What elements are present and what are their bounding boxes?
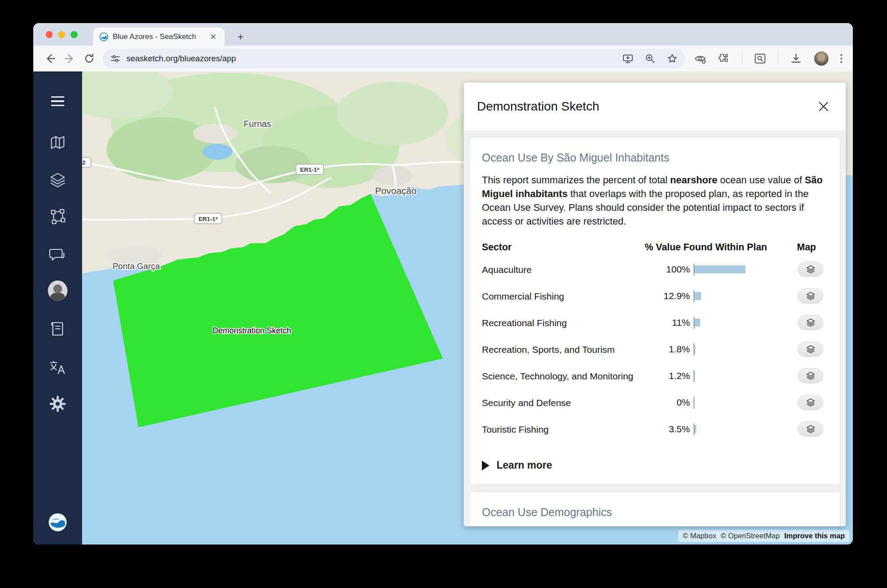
user-photo bbox=[48, 280, 67, 301]
sector-name: Recreation, Sports, and Tourism bbox=[482, 343, 645, 355]
panel-title: Demonstration Sketch bbox=[477, 99, 599, 114]
fullscreen-window-button[interactable] bbox=[71, 31, 78, 38]
extensions-puzzle-icon[interactable] bbox=[718, 53, 729, 64]
hamburger-icon bbox=[51, 96, 64, 107]
back-icon[interactable] bbox=[40, 49, 60, 68]
zoom-icon[interactable] bbox=[645, 53, 655, 64]
user-avatar[interactable] bbox=[48, 280, 67, 301]
map-toggle-button[interactable] bbox=[798, 368, 823, 383]
svg-text:ER1-1ª: ER1-1ª bbox=[198, 216, 217, 222]
browser-tab[interactable]: Blue Azores - SeaSketch ✕ bbox=[93, 28, 225, 46]
seasketch-favicon bbox=[99, 32, 108, 41]
ocean-use-report-card: Ocean Use By São Miguel Inhabitants This… bbox=[469, 137, 840, 485]
download-icon[interactable] bbox=[790, 53, 802, 64]
map-toggle-cell bbox=[753, 422, 828, 437]
sector-bar-track bbox=[694, 370, 753, 382]
osm-link[interactable]: © OpenStreetMap bbox=[721, 532, 780, 540]
improve-map-link[interactable]: Improve this map bbox=[784, 532, 845, 540]
table-row: Recreation, Sports, and Tourism 1.8% bbox=[482, 336, 828, 363]
tab-title: Blue Azores - SeaSketch bbox=[113, 32, 204, 41]
table-row: Aquaculture 100% bbox=[482, 256, 828, 283]
tab-close-icon[interactable]: ✕ bbox=[208, 32, 218, 42]
atlas-icon[interactable] bbox=[48, 320, 67, 338]
map-toggle-button[interactable] bbox=[798, 315, 823, 330]
toolbar-right-icons bbox=[691, 51, 846, 66]
translate-icon[interactable] bbox=[48, 359, 67, 376]
learn-more-toggle[interactable]: Learn more bbox=[482, 459, 828, 471]
reload-icon[interactable] bbox=[79, 49, 99, 68]
close-window-button[interactable] bbox=[46, 31, 53, 38]
url-bar[interactable]: seasketch.org/blueazores/app bbox=[102, 49, 685, 68]
sector-bar-track bbox=[694, 264, 753, 276]
toolbar-separator bbox=[778, 53, 778, 64]
app-sidebar bbox=[33, 71, 82, 545]
map-toggle-cell bbox=[753, 342, 828, 357]
tab-bar: Blue Azores - SeaSketch ✕ + bbox=[33, 23, 853, 46]
panel-body[interactable]: Ocean Use By São Miguel Inhabitants This… bbox=[464, 130, 846, 526]
table-row: Security and Defense 0% bbox=[482, 389, 828, 416]
url-text[interactable]: seasketch.org/blueazores/app bbox=[126, 54, 236, 63]
map-canvas[interactable]: ER1-1ª ER1-1ª 2 Furnas Povoação Ponta Ga… bbox=[82, 71, 853, 545]
privacy-extension-icon[interactable] bbox=[694, 53, 706, 64]
sector-table: Sector % Value Found Within Plan Map Aqu… bbox=[482, 241, 828, 442]
site-settings-icon[interactable] bbox=[110, 54, 120, 63]
window-controls bbox=[46, 31, 78, 38]
sector-bar bbox=[694, 292, 701, 300]
sketch-tools-icon[interactable] bbox=[48, 208, 67, 225]
table-row: Touristic Fishing 3.5% bbox=[482, 416, 828, 442]
label-furnas: Furnas bbox=[244, 119, 271, 129]
demographics-card: Ocean Use Demographics bbox=[469, 491, 840, 526]
map-toggle-button[interactable] bbox=[798, 342, 823, 357]
menu-kebab-icon[interactable] bbox=[840, 54, 842, 63]
sector-value: 0% bbox=[645, 397, 694, 408]
header-map: Map bbox=[753, 242, 828, 253]
new-tab-button[interactable]: + bbox=[234, 30, 247, 43]
svg-text:ER1-1ª: ER1-1ª bbox=[300, 166, 319, 173]
label-povoacao: Povoação bbox=[375, 185, 416, 196]
map-toggle-cell bbox=[753, 288, 828, 304]
minimize-window-button[interactable] bbox=[58, 31, 65, 38]
sketch-report-panel: Demonstration Sketch Ocean Use By São Mi… bbox=[464, 83, 846, 526]
map-toggle-button[interactable] bbox=[798, 422, 823, 437]
panel-header: Demonstration Sketch bbox=[464, 83, 846, 130]
map-toggle-button[interactable] bbox=[798, 288, 823, 304]
map-toggle-cell bbox=[753, 315, 828, 330]
sector-value: 1.8% bbox=[645, 344, 694, 355]
browser-toolbar: seasketch.org/blueazores/app bbox=[33, 46, 853, 71]
sector-value: 11% bbox=[645, 317, 694, 328]
map-toggle-button[interactable] bbox=[798, 262, 823, 277]
mapbox-link[interactable]: © Mapbox bbox=[683, 532, 716, 540]
settings-gear-icon[interactable] bbox=[48, 395, 67, 413]
svg-text:2: 2 bbox=[82, 159, 86, 166]
profile-avatar[interactable] bbox=[814, 51, 828, 66]
browser-window: Blue Azores - SeaSketch ✕ + seasketch.or… bbox=[33, 23, 853, 545]
seasketch-logo[interactable] bbox=[48, 511, 67, 534]
close-icon[interactable] bbox=[815, 98, 832, 115]
map-toggle-button[interactable] bbox=[798, 395, 823, 410]
forward-icon[interactable] bbox=[60, 49, 79, 68]
table-rows: Aquaculture 100% Commercial Fishing 12.9… bbox=[482, 256, 828, 442]
table-row: Recreational Fishing 11% bbox=[482, 309, 828, 336]
sector-bar-track bbox=[694, 397, 753, 409]
map-toggle-cell bbox=[753, 395, 828, 410]
sector-name: Commercial Fishing bbox=[482, 290, 645, 302]
sector-name: Science, Technology, and Monitoring bbox=[482, 370, 645, 382]
sector-bar bbox=[694, 372, 695, 380]
layers-icon[interactable] bbox=[48, 171, 67, 189]
menu-icon[interactable] bbox=[48, 92, 67, 110]
bookmark-star-icon[interactable] bbox=[667, 53, 678, 64]
sector-name: Security and Defense bbox=[482, 397, 645, 409]
report-heading: Ocean Use By São Miguel Inhabitants bbox=[482, 151, 828, 164]
demographics-heading: Ocean Use Demographics bbox=[482, 506, 828, 519]
discussion-icon[interactable] bbox=[48, 246, 67, 264]
sector-name: Aquaculture bbox=[482, 264, 645, 276]
header-sector: Sector bbox=[482, 241, 645, 253]
sector-value: 100% bbox=[645, 264, 694, 275]
lake-furnas bbox=[202, 144, 233, 160]
install-app-icon[interactable] bbox=[623, 53, 633, 64]
side-search-icon[interactable] bbox=[754, 53, 766, 64]
road-shield: ER1-1ª bbox=[296, 164, 323, 174]
maps-icon[interactable] bbox=[48, 134, 67, 151]
sector-bar-track bbox=[694, 423, 753, 435]
sector-bar bbox=[694, 319, 700, 327]
